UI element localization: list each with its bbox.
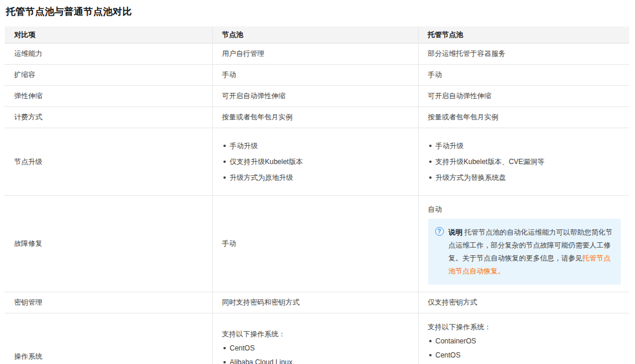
row-label: 故障修复	[5, 195, 212, 292]
auto-recovery-doc-link-period: 。	[498, 267, 505, 275]
row-label: 扩缩容	[5, 64, 212, 85]
cell-node-pool: 手动	[212, 64, 418, 85]
table-row-scaling: 扩缩容 手动 手动	[5, 64, 629, 85]
column-header-compare-item: 对比项	[5, 26, 212, 43]
note-title: 说明	[449, 228, 463, 236]
table-row-billing: 计费方式 按量或者包年包月实例 按量或者包年包月实例	[5, 106, 629, 128]
page-title: 托管节点池与普通节点池对比	[6, 6, 629, 18]
doc-page: 托管节点池与普通节点池对比 对比项 节点池 托管节点池 运维能力 用户自行管理 …	[0, 0, 635, 364]
cell-node-pool: 手动升级 仅支持升级Kubelet版本 升级方式为原地升级	[212, 128, 418, 195]
cell-node-pool: 可开启自动弹性伸缩	[212, 85, 418, 106]
os-list-intro: 支持以下操作系统：	[222, 329, 410, 339]
cell-node-pool: 按量或者包年包月实例	[212, 106, 418, 128]
note-callout: ? 说明 托管节点池的自动化运维能力可以帮助您简化节点运维工作，部分复杂的节点故…	[428, 219, 621, 285]
cell-node-pool: 用户自行管理	[212, 43, 418, 64]
bullet-list: CentOS Alibaba Cloud Linux Windows	[222, 343, 410, 364]
table-row-operating-system: 操作系统 支持以下操作系统： CentOS Alibaba Cloud Linu…	[5, 313, 629, 364]
table-row-auto-scaling: 弹性伸缩 可开启自动弹性伸缩 可开启自动弹性伸缩	[5, 85, 629, 106]
bullet-list: 手动升级 仅支持升级Kubelet版本 升级方式为原地升级	[222, 141, 410, 183]
bullet-list: 手动升级 支持升级Kubelet版本、CVE漏洞等 升级方式为替换系统盘	[428, 141, 621, 183]
row-label: 运维能力	[5, 43, 212, 64]
os-list-intro: 支持以下操作系统：	[428, 322, 621, 332]
bullet-item: 手动升级	[428, 141, 621, 151]
cell-managed-node-pool: 按量或者包年包月实例	[418, 106, 629, 128]
cell-node-pool: 同时支持密码和密钥方式	[212, 292, 418, 313]
bullet-item: ContainerOS	[428, 336, 621, 346]
row-label: 操作系统	[5, 313, 212, 364]
bullet-list: ContainerOS CentOS Alibaba Cloud Linux W…	[428, 336, 621, 364]
column-header-managed-node-pool: 托管节点池	[418, 26, 629, 43]
column-header-node-pool: 节点池	[212, 26, 418, 43]
bullet-item: CentOS	[428, 350, 621, 360]
table-header-row: 对比项 节点池 托管节点池	[5, 26, 629, 43]
table-row-ops-capability: 运维能力 用户自行管理 部分运维托管于容器服务	[5, 43, 629, 64]
row-label: 弹性伸缩	[5, 85, 212, 106]
bullet-item: 升级方式为原地升级	[222, 172, 410, 183]
table-row-fault-repair: 故障修复 手动 自动 ? 说明 托管节点池的自动化运维能力可以帮助您简化节点运维…	[5, 195, 629, 292]
bullet-item: 升级方式为替换系统盘	[428, 172, 621, 183]
cell-managed-node-pool: 可开启自动弹性伸缩	[418, 85, 629, 106]
row-label: 密钥管理	[5, 292, 212, 313]
cell-managed-node-pool: 自动 ? 说明 托管节点池的自动化运维能力可以帮助您简化节点运维工作，部分复杂的…	[418, 195, 629, 292]
cell-managed-node-pool: 手动升级 支持升级Kubelet版本、CVE漏洞等 升级方式为替换系统盘	[418, 128, 629, 195]
row-label: 节点升级	[5, 128, 212, 195]
bullet-item: 支持升级Kubelet版本、CVE漏洞等	[428, 156, 621, 167]
table-row-node-upgrade: 节点升级 手动升级 仅支持升级Kubelet版本 升级方式为原地升级 手动升级 …	[5, 128, 629, 195]
cell-managed-node-pool: 手动	[418, 64, 629, 85]
cell-node-pool: 手动	[212, 195, 418, 292]
bullet-item: CentOS	[222, 343, 410, 353]
cell-node-pool: 支持以下操作系统： CentOS Alibaba Cloud Linux Win…	[212, 313, 418, 364]
node-pool-comparison-table: 对比项 节点池 托管节点池 运维能力 用户自行管理 部分运维托管于容器服务 扩缩…	[5, 26, 629, 364]
question-circle-icon: ?	[435, 227, 444, 236]
bullet-item: Alibaba Cloud Linux	[222, 357, 410, 364]
cell-managed-node-pool: 仅支持密钥方式	[418, 292, 629, 313]
managed-fault-repair-value: 自动	[428, 204, 621, 215]
cell-managed-node-pool: 部分运维托管于容器服务	[418, 43, 629, 64]
row-label: 计费方式	[5, 106, 212, 128]
table-row-key-management: 密钥管理 同时支持密码和密钥方式 仅支持密钥方式	[5, 292, 629, 313]
bullet-item: 仅支持升级Kubelet版本	[222, 156, 410, 167]
bullet-item: 手动升级	[222, 141, 410, 151]
cell-managed-node-pool: 支持以下操作系统： ContainerOS CentOS Alibaba Clo…	[418, 313, 629, 364]
note-text: 说明 托管节点池的自动化运维能力可以帮助您简化节点运维工作，部分复杂的节点故障可…	[449, 226, 613, 278]
